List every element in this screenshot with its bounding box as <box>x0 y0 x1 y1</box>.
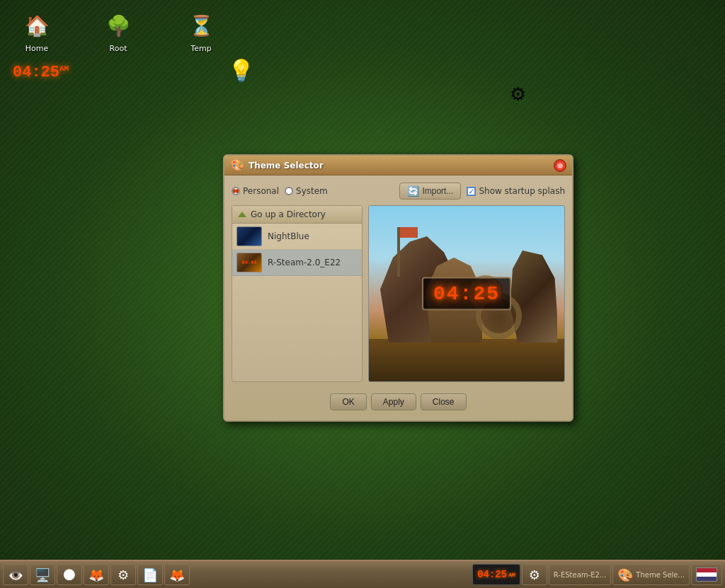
sysgear-icon: ⚙️ <box>529 567 540 582</box>
theme-preview-area: 04:25 <box>368 205 565 382</box>
rsteam-thumbnail <box>236 253 262 272</box>
theme-list-panel: Go up a Directory NightBlue R-Steam-2.0_… <box>232 205 362 382</box>
preview-clock: 04:25 <box>422 277 511 311</box>
taskbar-sysgear-btn[interactable]: ⚙️ <box>522 564 547 585</box>
theme-selector-dialog: 🎨 Theme Selector ● Personal System <box>223 154 573 422</box>
startup-checkbox-row[interactable]: ✓ Show startup splash <box>467 186 565 196</box>
dialog-title: Theme Selector <box>249 161 549 171</box>
gear-deco: ⚙️ <box>510 83 526 105</box>
root-icon: 🌳 <box>101 8 135 42</box>
system-radio[interactable] <box>285 187 293 195</box>
taskbar-screen-btn[interactable]: 🖥️ <box>30 564 55 585</box>
gear-taskbar-icon: ⚙️ <box>118 567 129 582</box>
theme-item-rsteam[interactable]: R-Steam-2.0_E22 <box>232 250 362 276</box>
desktop-icon-root[interactable]: 🌳 Root <box>96 8 141 53</box>
taskbar-firefox-btn[interactable]: 🦊 <box>84 564 109 585</box>
firefox-icon: 🦊 <box>89 567 104 582</box>
import-icon: 🔄 <box>407 185 419 197</box>
desktop: 🏠 Home 🌳 Root ⏳ Temp 💡 ⚙️ 04:25AM 🎨 Them… <box>0 0 725 588</box>
dialog-body: Personal System 🔄 Import... ✓ Show start… <box>224 175 572 420</box>
ok-button[interactable]: OK <box>330 393 366 410</box>
arrow-up-icon <box>238 212 246 217</box>
home-icon: 🏠 <box>20 8 54 42</box>
screen-icon: 🖥️ <box>35 567 50 582</box>
personal-radio[interactable] <box>232 187 240 195</box>
taskbar-gear-btn[interactable]: ⚙️ <box>110 564 136 585</box>
start-icon: 👁️ <box>8 567 23 582</box>
personal-label: Personal <box>243 186 279 196</box>
taskbar-firefox2-btn[interactable]: 🦊 <box>164 564 190 585</box>
theme-item-nightblue[interactable]: NightBlue <box>232 224 362 250</box>
startup-label: Show startup splash <box>479 186 565 196</box>
dark-icon: 🌑 <box>63 567 76 582</box>
dialog-buttons-row: OK Apply Close <box>232 389 565 413</box>
taskbar: 👁️ 🖥️ 🌑 🦊 ⚙️ 📄 🦊 04:25 AM ⚙️ <box>0 560 725 588</box>
taskbar-dark-btn[interactable]: 🌑 <box>57 564 82 585</box>
preview-background: 04:25 <box>369 206 564 381</box>
dialog-close-button[interactable]: ● <box>554 159 566 172</box>
nightblue-thumbnail <box>236 226 262 246</box>
desktop-icon-temp[interactable]: ⏳ Temp <box>178 8 224 53</box>
taskbar-doc-btn[interactable]: 📄 <box>137 564 163 585</box>
dialog-titlebar: 🎨 Theme Selector ● <box>224 156 572 175</box>
system-radio-group[interactable]: System <box>285 186 328 196</box>
rsteam-name: R-Steam-2.0_E22 <box>268 258 341 267</box>
lightbulb-deco: 💡 <box>228 58 254 83</box>
home-label: Home <box>25 44 48 53</box>
dialog-title-icon: 🎨 <box>230 158 244 172</box>
root-label: Root <box>110 44 127 53</box>
main-content-area: Go up a Directory NightBlue R-Steam-2.0_… <box>232 205 565 382</box>
import-button[interactable]: 🔄 Import... <box>399 183 461 200</box>
taskbar-rsteam-btn[interactable]: R-ESteam-E2... <box>549 564 612 585</box>
desktop-icon-home[interactable]: 🏠 Home <box>14 8 59 53</box>
firefox2-icon: 🦊 <box>169 567 185 582</box>
temp-label: Temp <box>190 44 211 53</box>
startup-checkbox[interactable]: ✓ <box>467 187 476 196</box>
personal-radio-group[interactable]: Personal <box>232 186 279 196</box>
close-button[interactable]: Close <box>421 393 467 410</box>
taskbar-start-button[interactable]: 👁️ <box>3 564 28 585</box>
taskbar-themesel-btn[interactable]: 🎨 Theme Sele... <box>612 564 690 585</box>
nightblue-name: NightBlue <box>268 231 309 241</box>
go-up-directory-button[interactable]: Go up a Directory <box>232 206 362 224</box>
doc-icon: 📄 <box>142 567 158 582</box>
apply-button[interactable]: Apply <box>371 393 416 410</box>
taskbar-clock: 04:25 AM <box>472 564 520 585</box>
controls-row: Personal System 🔄 Import... ✓ Show start… <box>232 183 565 200</box>
theme-list: NightBlue R-Steam-2.0_E22 <box>232 224 362 381</box>
flag-icon <box>696 567 717 582</box>
system-label: System <box>296 186 328 196</box>
temp-icon: ⏳ <box>184 8 218 42</box>
desktop-clock: 04:25AM <box>13 64 69 81</box>
themesel-icon: 🎨 <box>617 567 633 582</box>
taskbar-flag-btn[interactable] <box>691 564 722 585</box>
